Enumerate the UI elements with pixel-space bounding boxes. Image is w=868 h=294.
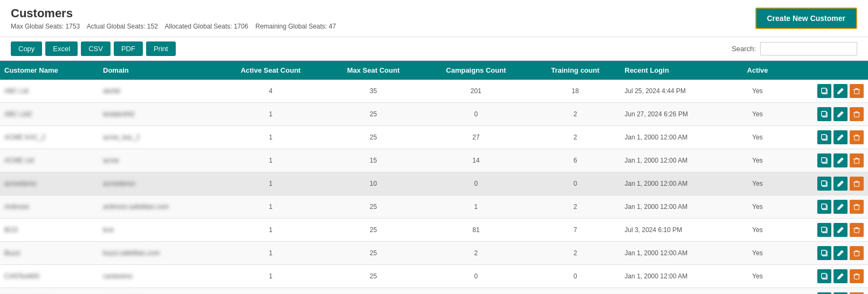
col-active: Active (734, 61, 781, 80)
print-button[interactable]: Print (146, 41, 176, 56)
pdf-button[interactable]: PDF (114, 41, 143, 56)
table-row: Buzzibuzzi.safelittan.com12522Jan 1, 200… (0, 242, 868, 265)
svg-rect-30 (855, 182, 859, 186)
copy-button[interactable]: Copy (11, 41, 42, 56)
svg-rect-43 (822, 227, 826, 232)
svg-rect-23 (855, 159, 859, 163)
action-icons (786, 246, 864, 260)
header: Customers Max Global Seats: 1753 Actual … (0, 0, 868, 37)
col-training-count: Training count (531, 61, 621, 80)
action-icons (786, 130, 864, 144)
table-row: BCDbcd125817Jul 3, 2024 6:10 PMYes (0, 219, 868, 242)
allocated-global-seats-value: 1706 (234, 23, 249, 30)
action-icons (786, 84, 864, 98)
action-cell (781, 242, 868, 265)
svg-rect-37 (855, 205, 859, 209)
copy-icon-button[interactable] (817, 84, 831, 98)
action-cell (781, 265, 868, 288)
svg-rect-57 (822, 274, 826, 278)
edit-icon-button[interactable] (833, 177, 848, 191)
edit-icon-button[interactable] (833, 246, 848, 260)
delete-icon-button[interactable] (850, 246, 864, 260)
customers-table: Customer Name Domain Active Seat Count M… (0, 61, 868, 294)
search-label: Search: (732, 45, 756, 53)
create-new-customer-button[interactable]: Create New Customer (755, 8, 858, 29)
allocated-global-seats-label: Allocated Global Seats: (165, 23, 232, 30)
edit-icon-button[interactable] (833, 84, 848, 98)
csv-button[interactable]: CSV (81, 41, 111, 56)
svg-rect-2 (855, 89, 859, 94)
action-icons (786, 107, 864, 121)
col-domain: Domain (99, 61, 216, 80)
col-recent-login: Recent Login (621, 61, 734, 80)
excel-button[interactable]: Excel (45, 41, 78, 56)
table-row: acmedemoacmedemo11000Jan 1, 2000 12:00 A… (0, 172, 868, 195)
svg-rect-36 (822, 204, 826, 209)
col-max-seat-count: Max Seat Count (325, 61, 422, 80)
action-cell (781, 172, 868, 195)
toolbar: Copy Excel CSV PDF Print Search: (0, 37, 868, 61)
col-campaigns-count: Campaigns Count (422, 61, 530, 80)
actual-global-seats-label: Actual Global Seats: (87, 23, 146, 30)
delete-icon-button[interactable] (850, 84, 864, 98)
svg-rect-50 (822, 250, 826, 255)
search-input[interactable] (760, 42, 857, 55)
edit-icon-button[interactable] (833, 223, 848, 237)
table-row: Ardmoreardmore.safelittan.com12512Jan 1,… (0, 195, 868, 219)
table-row: ACME Ltdacme115146Jan 1, 2000 12:00 AMYe… (0, 149, 868, 172)
copy-icon-button[interactable] (817, 107, 831, 121)
copy-icon-button[interactable] (817, 177, 831, 191)
action-cell (781, 195, 868, 219)
table-row: ABC Ltdabcltd43520118Jul 25, 2024 4:44 P… (0, 80, 868, 103)
edit-icon-button[interactable] (833, 130, 848, 144)
copy-icon-button[interactable] (817, 130, 831, 144)
action-cell (781, 103, 868, 126)
remaining-global-seats-label: Remaining Global Seats: (256, 23, 327, 30)
toolbar-buttons: Copy Excel CSV PDF Print (11, 41, 176, 56)
svg-rect-29 (822, 181, 826, 186)
svg-rect-16 (855, 136, 859, 140)
delete-icon-button[interactable] (850, 223, 864, 237)
action-icons (786, 153, 864, 167)
copy-icon-button[interactable] (817, 153, 831, 167)
search-area: Search: (732, 42, 857, 55)
page-title: Customers (11, 6, 336, 20)
action-cell (781, 149, 868, 172)
action-icons (786, 200, 864, 214)
remaining-global-seats-value: 47 (329, 23, 336, 30)
copy-icon-button[interactable] (817, 223, 831, 237)
max-global-seats-value: 1753 (65, 23, 80, 30)
col-active-seat-count: Active Seat Count (216, 61, 325, 80)
delete-icon-button[interactable] (850, 130, 864, 144)
delete-icon-button[interactable] (850, 107, 864, 121)
copy-icon-button[interactable] (817, 246, 831, 260)
action-icons (786, 177, 864, 191)
actual-global-seats-value: 152 (147, 23, 158, 30)
table-row: ABC Ltd2testabc64212502Jun 27, 2024 6:26… (0, 103, 868, 126)
delete-icon-button[interactable] (850, 269, 864, 283)
delete-icon-button[interactable] (850, 153, 864, 167)
max-global-seats-label: Max Global Seats: (11, 23, 64, 30)
action-icons (786, 269, 864, 283)
edit-icon-button[interactable] (833, 269, 848, 283)
svg-rect-51 (855, 251, 859, 256)
svg-rect-15 (822, 135, 826, 139)
svg-rect-1 (822, 88, 826, 93)
svg-rect-44 (855, 228, 859, 233)
action-cell (781, 80, 868, 103)
copy-icon-button[interactable] (817, 269, 831, 283)
action-cell (781, 219, 868, 242)
edit-icon-button[interactable] (833, 153, 848, 167)
edit-icon-button[interactable] (833, 107, 848, 121)
table-header-row: Customer Name Domain Active Seat Count M… (0, 61, 868, 80)
copy-icon-button[interactable] (817, 200, 831, 214)
edit-icon-button[interactable] (833, 200, 848, 214)
action-icons (786, 223, 864, 237)
delete-icon-button[interactable] (850, 200, 864, 214)
svg-rect-8 (822, 111, 826, 116)
table-row: CANTestMScantestms12500Jan 1, 2000 12:00… (0, 265, 868, 288)
header-stats: Max Global Seats: 1753 Actual Global Sea… (11, 23, 336, 30)
col-actions (781, 61, 868, 80)
delete-icon-button[interactable] (850, 177, 864, 191)
page-wrapper: Customers Max Global Seats: 1753 Actual … (0, 0, 868, 294)
